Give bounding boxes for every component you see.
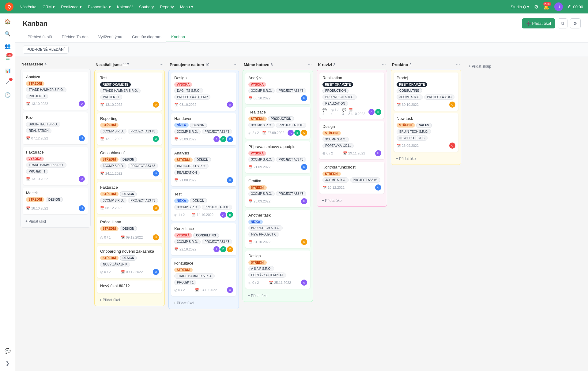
nav-realizace[interactable]: Realizace ▾ <box>61 5 82 9</box>
card-design-1[interactable]: Design VYSOKÁ DAG - TS S.R.O.PROJECT A33… <box>171 72 236 111</box>
copy-button[interactable]: ⧉ <box>558 18 567 28</box>
sidebar-home-icon[interactable]: 🏠 <box>2 16 13 27</box>
check-badge: 1 <box>9 78 12 81</box>
add-task-mamehotovo[interactable]: + Přidat úkol <box>245 292 310 299</box>
card-fakturace-1[interactable]: Fakturace VYSOKÁ TRADE HAMMER S.R.O.PROJ… <box>23 147 88 185</box>
nav-kalendar[interactable]: Kalendář <box>117 5 133 9</box>
card-prodej[interactable]: Prodej ŘEŠIT OKAMŽITĚ CONSULTING 3COMP S… <box>394 72 458 111</box>
sidebar-check-icon[interactable]: ✓ 1 <box>2 77 13 88</box>
nav-menu[interactable]: Menu ▾ <box>180 5 193 9</box>
card-kontrola[interactable]: Kontrola funkčnosti STŘEDNÍ 3COMP S.R.O.… <box>319 162 384 194</box>
sidebar-expand-icon[interactable]: ❯ <box>2 358 13 369</box>
notifications-icon[interactable]: 🔔 2588 <box>543 4 549 10</box>
card-test-1[interactable]: Test ŘEŠIT OKAMŽITĚ TRADE HAMMER S.R.O.P… <box>97 72 162 111</box>
card-test-2[interactable]: Test NÍZKÁDESIGN 3COMP S.R.O.PROJECT A33… <box>171 189 236 221</box>
col-mamehotovo-menu[interactable]: ··· <box>308 62 312 67</box>
add-column-button[interactable]: + Přidat sloup <box>465 62 495 71</box>
card-analyza-1[interactable]: Analýza STŘEDNÍ TRADE HAMMER S.R.O.PROJE… <box>23 72 88 110</box>
notification-count: 2588 <box>543 2 551 6</box>
card-prace-hana[interactable]: Práce Hana STŘEDNÍDESIGN ◎ 0 / 1📅 09.12.… <box>97 217 162 243</box>
card-grafika[interactable]: Grafika STŘEDNÍ 3COMP S.R.O.PROJECT A33 … <box>245 176 310 207</box>
settings-filter-button[interactable]: ⚙ <box>570 18 581 28</box>
page-title: Kanban <box>23 20 47 28</box>
card-novy-ukol[interactable]: Nový úkol #0212 <box>97 280 162 293</box>
tab-gantt[interactable]: Ganttův diagram <box>127 32 166 42</box>
card-handover[interactable]: Handover NÍZKÁDESIGN 3COMP S.R.O.PROJECT… <box>171 113 236 145</box>
card-realization[interactable]: Realization ŘEŠIT OKAMŽITĚ PRODUCTION BR… <box>319 72 384 119</box>
card-analyza-2[interactable]: Analýza VYSOKÁ 3COMP S.R.O.PROJECT A33 #… <box>245 72 310 104</box>
card-another-task[interactable]: Another task NÍZKÁ BRUIN-TECH S.R.O.NEW … <box>245 210 310 248</box>
col-nezarazene: Nezařazené4 Analýza STŘEDNÍ TRADE HAMMER… <box>20 62 91 228</box>
nav-nastenkta[interactable]: Nástěnka <box>20 5 36 9</box>
main-content: Kanban ➕ Přidat úkol ⧉ ⚙ Přehled úkolů P… <box>15 13 588 371</box>
card-onboarding[interactable]: Onboarding nového zákazníka STŘEDNÍDESIG… <box>97 246 162 278</box>
col-pracujeme: Pracujeme na tom10 ··· Design VYSOKÁ DAG… <box>168 62 239 309</box>
card-reporting[interactable]: Reporting STŘEDNÍ 3COMP S.R.O.PROJECT A3… <box>97 113 162 145</box>
detailed-search-button[interactable]: PODROBNÉ HLEDÁNÍ <box>23 46 69 54</box>
user-avatar[interactable]: U <box>554 2 563 11</box>
left-sidebar: 🏠 🔍 👥 ☰ 127 📊 ✓ 1 🕐 💬 ❯ <box>0 13 15 371</box>
tab-prehled-todos[interactable]: Přehled To-dos <box>57 32 93 42</box>
col-prodano-menu[interactable]: ··· <box>456 62 460 67</box>
add-task-nezacali[interactable]: + Přidat úkol <box>97 297 162 303</box>
tasks-badge: 127 <box>6 53 12 57</box>
add-task-krevizi[interactable]: + Přidat úkol <box>319 197 384 204</box>
card-design-2[interactable]: Design STŘEDNÍ A S A P S.R.O.POPTÁVKA (T… <box>245 250 310 289</box>
col-prodano: Prodáno2 ··· Prodej ŘEŠIT OKAMŽITĚ CONSU… <box>391 62 461 165</box>
settings-icon[interactable]: ⚙ <box>534 4 538 10</box>
filter-bar: PODROBNÉ HLEDÁNÍ <box>15 43 588 57</box>
card-priprava-smlouvy[interactable]: Příprava smlouvy a podpis VYSOKÁ 3COMP S… <box>245 141 310 173</box>
tab-prehled-ukolu[interactable]: Přehled úkolů <box>23 32 57 42</box>
page-tabs: Přehled úkolů Přehled To-dos Vytížení tý… <box>23 32 581 42</box>
nav-crm[interactable]: CRM ▾ <box>43 5 55 9</box>
sidebar-chat-icon[interactable]: 💬 <box>2 345 13 356</box>
tab-kanban[interactable]: Kanban <box>166 32 190 42</box>
sidebar-contacts-icon[interactable]: 👥 <box>2 40 13 51</box>
card-new-task[interactable]: New task STŘEDNÍSALES BRUIN-TECH S.R.O.N… <box>394 113 458 152</box>
add-task-prodano[interactable]: + Přidat úkol <box>394 155 458 162</box>
card-design-3[interactable]: Design STŘEDNÍ 3COMP S.R.O.POPTÁVKA #221… <box>319 121 384 159</box>
card-konzultace-1[interactable]: Konzultace VYSOKÁCONSULTING 3COMP S.R.O.… <box>171 223 236 255</box>
add-task-nezarazene[interactable]: + Přidat úkol <box>23 218 88 225</box>
nav-reporty[interactable]: Reporty <box>160 5 174 9</box>
col-mamehotovo: Máme hotovo6 ··· Analýza VYSOKÁ 3COMP S.… <box>243 62 313 302</box>
sidebar-chart-icon[interactable]: 📊 <box>2 65 13 76</box>
page-header: Kanban ➕ Přidat úkol ⧉ ⚙ Přehled úkolů P… <box>15 13 588 43</box>
card-realizace[interactable]: Realizace STŘEDNÍPRODUCTION 3COMP S.R.O.… <box>245 107 310 139</box>
card-odsouhlaseni[interactable]: Odsouhlasení STŘEDNÍDESIGN 3COMP S.R.O.P… <box>97 147 162 180</box>
card-analysis[interactable]: Analysis STŘEDNÍDESIGN BRUIN-TECH S.R.O.… <box>171 148 236 186</box>
col-nezacali: Nezačali jsme117 ··· Test ŘEŠIT OKAMŽITĚ… <box>94 62 165 306</box>
card-bez[interactable]: Bez BRUIN-TECH S.R.O.REALIZATION 📅 07.12… <box>23 112 88 144</box>
col-krevizi-menu[interactable]: ··· <box>382 62 386 67</box>
timer[interactable]: ⏱ 00:00 <box>568 5 583 9</box>
card-macek[interactable]: Macek STŘEDNÍDESIGN 📅 18.10.2022U <box>23 187 88 214</box>
sidebar-search-icon[interactable]: 🔍 <box>2 28 13 39</box>
tab-vytizeni-tymu[interactable]: Vytížení týmu <box>93 32 127 42</box>
top-navigation: Q Nástěnka CRM ▾ Realizace ▾ Ekonomika ▾… <box>0 0 588 13</box>
nav-ekonomika[interactable]: Ekonomika ▾ <box>88 5 111 9</box>
col-nezacali-menu[interactable]: ··· <box>160 62 164 67</box>
card-konzultace-2[interactable]: konzultace STŘEDNÍ TRADE HAMMER S.R.O.PR… <box>171 258 236 296</box>
studio-label[interactable]: Studio Q ▾ <box>511 5 529 9</box>
app-logo[interactable]: Q <box>5 2 13 11</box>
add-task-pracujeme[interactable]: + Přidat úkol <box>171 300 236 306</box>
kanban-wrapper: Nezařazené4 Analýza STŘEDNÍ TRADE HAMMER… <box>15 57 588 371</box>
col-krevizi: K revizi3 ··· Realization ŘEŠIT OKAMŽITĚ… <box>317 62 387 207</box>
col-pracujeme-menu[interactable]: ··· <box>234 62 238 67</box>
kanban-board: Nezařazené4 Analýza STŘEDNÍ TRADE HAMMER… <box>20 62 583 366</box>
card-fakturace-2[interactable]: Fakturace STŘEDNÍDESIGN 3COMP S.R.O.PROJ… <box>97 182 162 214</box>
nav-soubory[interactable]: Soubory <box>139 5 154 9</box>
sidebar-tasks-icon[interactable]: ☰ 127 <box>2 53 13 64</box>
add-task-button[interactable]: ➕ Přidat úkol <box>522 18 555 28</box>
sidebar-clock-icon[interactable]: 🕐 <box>2 89 13 100</box>
